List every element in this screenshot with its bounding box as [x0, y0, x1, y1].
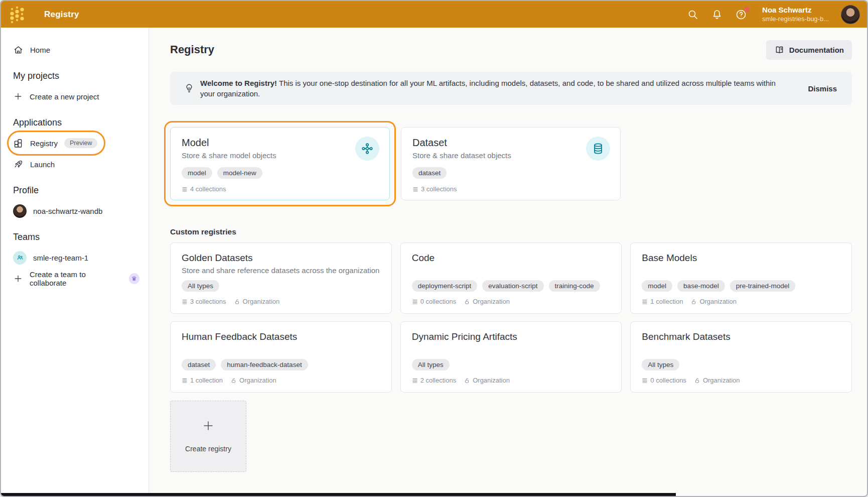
visibility-label: Organization: [243, 298, 280, 305]
sidebar-item-team[interactable]: smle-reg-team-1: [13, 248, 139, 267]
collections-icon: [412, 186, 418, 192]
sidebar: Home My projects Create a new project Ap…: [1, 28, 149, 497]
page-title: Registry: [170, 43, 214, 56]
registry-card-model[interactable]: Model Store & share model objects model …: [170, 127, 390, 200]
dot-grid-icon: [6, 4, 28, 26]
card-footer: 0 collections Organization: [412, 298, 611, 305]
tag: base-model: [677, 280, 725, 292]
sidebar-item-registry[interactable]: Registry Preview: [13, 134, 104, 152]
topbar-title: Registry: [44, 10, 79, 20]
card-footer: 3 collections Organization: [182, 298, 380, 305]
unlocked-padlock-icon: [694, 378, 700, 384]
tag: deployment-script: [412, 280, 478, 292]
tag: dataset: [182, 359, 216, 370]
team-name: smle-reg-team-1: [33, 254, 88, 262]
custom-registries-grid: Golden Datasets Store and share referenc…: [170, 242, 852, 393]
app-window: Registry: [0, 0, 868, 497]
plus-icon: [13, 274, 23, 284]
registry-card-benchmark-datasets[interactable]: Benchmark Datasets All types 0 collectio…: [630, 321, 852, 393]
card-tags: All types: [412, 359, 611, 370]
topbar-actions: Noa Schwartz smle-registries-bug-b...: [687, 5, 867, 24]
tag: pre-trained-model: [730, 280, 796, 292]
notification-dot: [744, 7, 750, 12]
visibility-label: Organization: [239, 377, 276, 384]
collections-count: 2 collections: [420, 377, 457, 384]
card-title: Code: [412, 253, 611, 264]
card-footer: 1 collection Organization: [182, 377, 380, 384]
tag: All types: [412, 359, 450, 370]
profile-avatar: [13, 204, 27, 218]
tag: dataset: [412, 167, 447, 179]
visibility-label: Organization: [699, 298, 737, 305]
registry-card-base-models[interactable]: Base Models model base-model pre-trained…: [630, 242, 852, 314]
unlocked-padlock-icon: [464, 378, 470, 384]
page-header: Registry Documentation: [170, 39, 852, 61]
card-subtitle: Store & share dataset objects: [412, 151, 609, 160]
card-tags: dataset: [412, 167, 609, 179]
tag: model: [182, 167, 212, 179]
card-tags: All types: [642, 359, 840, 370]
sidebar-item-label: Home: [30, 46, 50, 54]
card-tags: model base-model pre-trained-model: [642, 280, 840, 292]
bottom-edge-bar: [1, 493, 676, 496]
dismiss-button[interactable]: Dismiss: [804, 84, 841, 93]
unlocked-padlock-icon: [234, 299, 240, 305]
collections-count: 1 collection: [650, 298, 683, 305]
user-name: Noa Schwartz: [762, 6, 829, 15]
applications-heading: Applications: [13, 117, 139, 128]
sidebar-item-home[interactable]: Home: [13, 41, 139, 59]
model-card-wrapper: Model Store & share model objects model …: [170, 127, 390, 200]
database-icon: [586, 137, 610, 161]
card-footer: 1 collection Organization: [642, 298, 840, 305]
registry-card-dynamic-pricing-artifacts[interactable]: Dynamic Pricing Artifacts All types 2 co…: [400, 321, 622, 393]
search-icon[interactable]: [687, 9, 699, 21]
main-content: Registry Documentation W: [149, 28, 867, 497]
registry-card-human-feedback-datasets[interactable]: Human Feedback Datasets dataset human-fe…: [170, 321, 392, 393]
registry-card-dataset[interactable]: Dataset Store & share dataset objects da…: [401, 127, 621, 200]
visibility-label: Organization: [703, 377, 740, 384]
card-title: Base Models: [642, 253, 840, 264]
open-book-icon: [774, 45, 785, 55]
collections-count: 4 collections: [190, 185, 226, 193]
sidebar-item-profile[interactable]: noa-schwartz-wandb: [13, 202, 139, 220]
tag: model: [642, 280, 672, 292]
preview-badge: Preview: [64, 138, 97, 148]
create-project-label: Create a new project: [30, 92, 99, 101]
create-project-button[interactable]: Create a new project: [13, 87, 139, 105]
card-subtitle: Store & share model objects: [182, 151, 378, 160]
create-team-button[interactable]: Create a team to collaborate ♛: [13, 270, 139, 288]
card-title: Dataset: [412, 137, 609, 149]
collections-count: 3 collections: [190, 298, 226, 305]
tag: training-code: [549, 280, 600, 292]
documentation-label: Documentation: [789, 46, 844, 54]
card-footer: 2 collections Organization: [412, 377, 611, 384]
create-team-label: Create a team to collaborate: [30, 270, 120, 287]
user-menu[interactable]: Noa Schwartz smle-registries-bug-b...: [762, 6, 829, 23]
card-title: Human Feedback Datasets: [182, 331, 380, 342]
card-subtitle: Store and share reference datasets acros…: [182, 266, 380, 275]
tag: evaluation-script: [482, 280, 543, 292]
registry-card-code[interactable]: Code deployment-script evaluation-script…: [400, 242, 622, 314]
banner-text-bold: Welcome to Registry!: [200, 79, 277, 87]
documentation-button[interactable]: Documentation: [766, 40, 852, 60]
card-footer: 3 collections: [412, 185, 609, 193]
wandb-logo-icon[interactable]: [1, 4, 33, 26]
create-registry-button[interactable]: Create registry: [170, 401, 246, 472]
lightbulb-icon: [178, 83, 200, 94]
collections-icon: [412, 299, 418, 305]
banner-text-rest: This is your one-stop destination for al…: [200, 79, 776, 98]
card-tags: deployment-script evaluation-script trai…: [412, 280, 611, 292]
notifications-bell-icon[interactable]: [711, 9, 723, 21]
registry-card-golden-datasets[interactable]: Golden Datasets Store and share referenc…: [170, 242, 392, 314]
plus-icon: [13, 91, 23, 101]
collections-count: 3 collections: [421, 185, 457, 193]
help-icon[interactable]: [735, 9, 747, 21]
card-title: Golden Datasets: [182, 253, 380, 264]
collections-icon: [182, 299, 188, 305]
tag: human-feedback-dataset: [221, 359, 308, 370]
visibility-label: Organization: [473, 298, 510, 305]
launch-label: Launch: [30, 160, 55, 169]
user-avatar[interactable]: [841, 5, 860, 24]
card-tags: dataset human-feedback-dataset: [182, 359, 380, 370]
sidebar-item-launch[interactable]: Launch: [13, 155, 139, 173]
